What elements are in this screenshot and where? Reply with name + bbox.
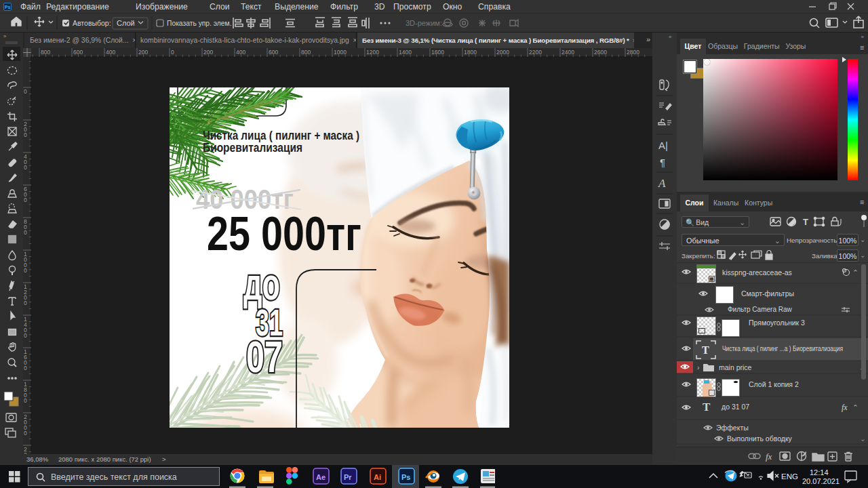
svg-text:Смарт-фильтры: Смарт-фильтры: [741, 289, 794, 298]
svg-text:Ps: Ps: [401, 473, 410, 481]
svg-text:⌃: ⌃: [852, 403, 859, 411]
svg-text:¶: ¶: [660, 157, 665, 168]
svg-text:A|: A|: [658, 140, 668, 151]
svg-text:ENG: ENG: [781, 472, 798, 481]
svg-text:3D-режим:: 3D-режим:: [406, 19, 442, 27]
svg-text:›: ›: [697, 363, 700, 371]
svg-text:Pr: Pr: [344, 473, 352, 481]
svg-text:Выполнить обводку: Выполнить обводку: [727, 434, 793, 443]
svg-text:⌄: ⌄: [860, 434, 866, 443]
svg-text:Биоревитализация: Биоревитализация: [203, 141, 302, 155]
svg-text:»: »: [3, 33, 7, 39]
svg-text:Чистка лица ( пилинг ...а ) Би: Чистка лица ( пилинг ...а ) Биоревитализ…: [722, 344, 843, 352]
svg-text:07: 07: [246, 333, 283, 382]
svg-text:25 000тг: 25 000тг: [207, 207, 361, 260]
svg-text:Показать упр. элем.: Показать упр. элем.: [167, 20, 232, 27]
svg-text:⌃: ⌃: [852, 268, 859, 277]
svg-text:main price: main price: [719, 363, 752, 371]
svg-text:Фильтр Camera Raw: Фильтр Camera Raw: [728, 306, 793, 313]
svg-text:Эффекты: Эффекты: [716, 424, 749, 432]
svg-text:Слой: Слой: [117, 19, 135, 27]
svg-text:kisspng-arecaceae-as: kisspng-arecaceae-as: [722, 268, 792, 277]
svg-text:Слой 1 копия 2: Слой 1 копия 2: [749, 380, 799, 388]
svg-text:Чистка лица ( пилинг + маска ): Чистка лица ( пилинг + маска ): [203, 129, 359, 142]
svg-text:A: A: [658, 177, 666, 190]
svg-text:20.07.2021: 20.07.2021: [802, 477, 840, 485]
svg-text:12:14: 12:14: [810, 468, 829, 476]
svg-text:T: T: [702, 344, 709, 356]
svg-text:T: T: [803, 217, 808, 227]
svg-text:fx: fx: [842, 403, 848, 412]
svg-text:Ae: Ae: [316, 473, 326, 481]
svg-text:Прямоугольник 3: Прямоугольник 3: [749, 319, 805, 327]
svg-text:Автовыбор:: Автовыбор:: [73, 19, 111, 27]
svg-text:Ai: Ai: [374, 473, 381, 481]
svg-text:fx: fx: [766, 451, 772, 462]
svg-text:до 31 07: до 31 07: [722, 403, 749, 411]
svg-text:«: «: [669, 34, 672, 40]
svg-text:T: T: [703, 401, 711, 413]
